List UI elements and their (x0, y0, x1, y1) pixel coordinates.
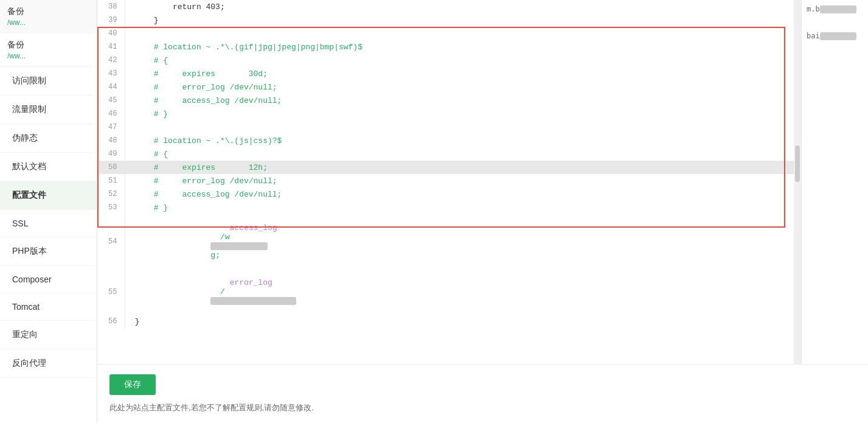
sidebar-item-backup1-url: /ww... (7, 18, 89, 27)
table-row: 44 # error_log /dev/null; (97, 80, 794, 94)
sidebar-item-config-file[interactable]: 配置文件 (0, 181, 97, 210)
sidebar-item-backup1[interactable]: 备份 /ww... (0, 0, 97, 33)
right-label: m.b (807, 5, 820, 13)
line-number: 39 (97, 13, 125, 27)
main-content: 38 return 403; 39 } 40 (97, 0, 868, 423)
line-content: error_log / (125, 269, 794, 315)
table-row: 50 # expires 12h; (97, 161, 794, 174)
sidebar-item-traffic-limit[interactable]: 流量限制 (0, 96, 97, 124)
right-panel-item: bai (802, 29, 868, 43)
sidebar-item-backup1-name: 备份 (7, 6, 89, 17)
line-number: 54 (97, 214, 125, 269)
code-table: 38 return 403; 39 } 40 (97, 0, 794, 328)
line-content: # expires 30d; (125, 67, 794, 80)
table-row: 46 # } (97, 107, 794, 121)
line-number: 55 (97, 269, 125, 315)
table-row: 42 # { (97, 54, 794, 67)
line-content: } (125, 13, 794, 27)
scrollbar-thumb[interactable] (795, 145, 800, 182)
sidebar-item-reverse-proxy[interactable]: 反向代理 (0, 349, 97, 378)
table-row: 41 # location ~ .*\.(gif|jpg|jpeg|png|bm… (97, 40, 794, 54)
line-number: 49 (97, 147, 125, 161)
line-number: 48 (97, 134, 125, 147)
line-number: 42 (97, 54, 125, 67)
sidebar-item-backup2-name: 备份 (7, 40, 89, 51)
line-number: 41 (97, 40, 125, 54)
line-content: # { (125, 147, 794, 161)
line-number: 51 (97, 174, 125, 187)
right-panel: m.b bai (801, 0, 868, 364)
line-content: # access_log /dev/null; (125, 187, 794, 201)
code-editor-wrapper: 38 return 403; 39 } 40 (97, 0, 868, 364)
sidebar-item-fake-static[interactable]: 伪静态 (0, 124, 97, 153)
table-row: 48 # location ~ .*\.(js|css)?$ (97, 134, 794, 147)
sidebar-item-redirect[interactable]: 重定向 (0, 321, 97, 349)
line-content: access_log /w g; (125, 214, 794, 269)
warning-text: 此处为站点主配置文件,若您不了解配置规则,请勿随意修改. (109, 402, 856, 413)
sidebar-item-ssl[interactable]: SSL (0, 210, 97, 237)
right-panel-item (802, 16, 868, 29)
line-number: 50 (97, 161, 125, 174)
line-content: # error_log /dev/null; (125, 174, 794, 187)
line-number: 46 (97, 107, 125, 121)
line-number: 44 (97, 80, 125, 94)
scrollbar[interactable] (794, 0, 801, 364)
table-row: 43 # expires 30d; (97, 67, 794, 80)
table-row: 40 (97, 27, 794, 40)
right-label: bai (807, 32, 820, 40)
table-row: 53 # } (97, 201, 794, 214)
line-number: 56 (97, 315, 125, 328)
table-row: 54 access_log /w g; (97, 214, 794, 269)
line-content (125, 27, 794, 40)
table-row: 56 } (97, 315, 794, 328)
sidebar: 备份 /ww... 备份 /ww... 访问限制 流量限制 伪静态 默认文档 配… (0, 0, 97, 423)
sidebar-item-backup2-url: /ww... (7, 52, 89, 60)
line-content: # } (125, 107, 794, 121)
line-content: } (125, 315, 794, 328)
table-row: 45 # access_log /dev/null; (97, 94, 794, 107)
save-button[interactable]: 保存 (109, 374, 156, 395)
line-number: 53 (97, 201, 125, 214)
table-row: 52 # access_log /dev/null; (97, 187, 794, 201)
table-row: 39 } (97, 13, 794, 27)
table-row: 47 (97, 121, 794, 134)
line-number: 38 (97, 0, 125, 13)
bottom-area: 保存 此处为站点主配置文件,若您不了解配置规则,请勿随意修改. (97, 364, 868, 423)
line-number: 47 (97, 121, 125, 134)
line-content: # { (125, 54, 794, 67)
line-content: return 403; (125, 0, 794, 13)
sidebar-item-php-version[interactable]: PHP版本 (0, 237, 97, 266)
sidebar-item-access-limit[interactable]: 访问限制 (0, 67, 97, 96)
sidebar-item-composer[interactable]: Composer (0, 266, 97, 293)
sidebar-item-backup2[interactable]: 备份 /ww... (0, 33, 97, 67)
right-panel-item: m.b (802, 2, 868, 16)
right-blurred (820, 5, 856, 13)
sidebar-item-tomcat[interactable]: Tomcat (0, 293, 97, 321)
sidebar-item-default-doc[interactable]: 默认文档 (0, 153, 97, 181)
line-content: # } (125, 201, 794, 214)
right-blurred (820, 32, 856, 40)
table-row: 55 error_log / (97, 269, 794, 315)
line-content: # error_log /dev/null; (125, 80, 794, 94)
code-container: 38 return 403; 39 } 40 (97, 0, 794, 328)
table-row: 51 # error_log /dev/null; (97, 174, 794, 187)
line-number: 45 (97, 94, 125, 107)
line-content: # location ~ .*\.(js|css)?$ (125, 134, 794, 147)
code-editor[interactable]: 38 return 403; 39 } 40 (97, 0, 794, 364)
line-content: # expires 12h; (125, 161, 794, 174)
line-number: 43 (97, 67, 125, 80)
line-content: # access_log /dev/null; (125, 94, 794, 107)
line-content (125, 121, 794, 134)
line-number: 40 (97, 27, 125, 40)
table-row: 49 # { (97, 147, 794, 161)
line-number: 52 (97, 187, 125, 201)
table-row: 38 return 403; (97, 0, 794, 13)
line-content: # location ~ .*\.(gif|jpg|jpeg|png|bmp|s… (125, 40, 794, 54)
